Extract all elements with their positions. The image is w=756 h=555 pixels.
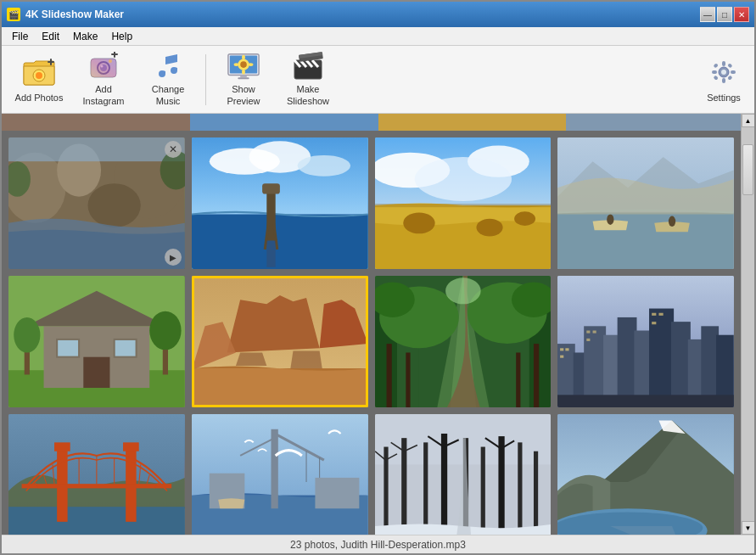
- svg-rect-37: [727, 63, 732, 68]
- photo-cell-rocky-stream[interactable]: ✕ ▶: [8, 137, 185, 269]
- strip-photo-4: [566, 114, 754, 131]
- svg-point-44: [87, 183, 140, 227]
- svg-rect-114: [593, 331, 596, 334]
- strip-photo-1: [2, 114, 190, 131]
- photo-cell-ocean-pier[interactable]: [192, 137, 368, 269]
- svg-rect-39: [727, 75, 732, 80]
- svg-rect-33: [722, 78, 725, 83]
- scrollbar-track[interactable]: [742, 127, 754, 521]
- svg-rect-112: [560, 356, 563, 358]
- svg-rect-20: [240, 76, 247, 78]
- svg-rect-89: [386, 344, 391, 407]
- menu-help[interactable]: Help: [104, 29, 139, 44]
- maximize-button[interactable]: □: [717, 7, 732, 22]
- main-window: 🎬 4K Slideshow Maker — □ ✕ File Edit Mak…: [0, 0, 756, 555]
- photo-nav-button[interactable]: ▶: [165, 249, 182, 266]
- svg-rect-154: [518, 442, 522, 535]
- show-preview-label: Show Preview: [217, 84, 270, 106]
- svg-rect-115: [587, 339, 591, 341]
- svg-rect-90: [533, 344, 538, 407]
- add-photos-button[interactable]: Add Photos: [8, 51, 70, 109]
- scroll-up-arrow[interactable]: ▲: [742, 114, 755, 127]
- svg-point-18: [234, 64, 239, 67]
- menu-file[interactable]: File: [5, 29, 35, 44]
- photo-cell-golden-gate[interactable]: [8, 414, 185, 535]
- add-instagram-icon: [87, 52, 120, 81]
- photo-cell-desert-butte[interactable]: [192, 276, 368, 407]
- photo-cell-wooden-house[interactable]: [8, 276, 185, 407]
- svg-point-16: [242, 55, 245, 60]
- close-button[interactable]: ✕: [734, 7, 749, 22]
- photo-grid: ✕ ▶: [2, 131, 754, 535]
- svg-rect-152: [480, 447, 484, 535]
- photo-cell-forest-path[interactable]: [375, 276, 552, 407]
- svg-rect-106: [671, 322, 691, 407]
- add-photos-label: Add Photos: [15, 92, 64, 104]
- svg-rect-144: [315, 478, 359, 508]
- photo-cell-boats-water[interactable]: [557, 137, 734, 269]
- scrollbar: ▲ ▼: [741, 114, 754, 535]
- svg-rect-68: [557, 212, 734, 269]
- svg-rect-34: [712, 70, 717, 74]
- svg-rect-118: [652, 322, 656, 324]
- svg-rect-9: [91, 59, 116, 77]
- svg-point-97: [445, 278, 481, 304]
- settings-label: Settings: [707, 92, 741, 104]
- minimize-button[interactable]: —: [700, 7, 715, 22]
- photo-cell-wheat-field[interactable]: [375, 137, 552, 269]
- svg-point-61: [414, 157, 511, 201]
- svg-point-81: [14, 317, 40, 353]
- svg-rect-124: [54, 442, 70, 451]
- make-slideshow-label: Make Slideshow: [282, 84, 334, 106]
- svg-rect-113: [587, 331, 591, 334]
- photo-cell-harbor-bird[interactable]: [192, 414, 368, 535]
- svg-rect-75: [57, 339, 79, 357]
- svg-point-31: [721, 70, 726, 75]
- svg-point-17: [242, 70, 245, 75]
- photo-cell-winter-trees[interactable]: [375, 414, 552, 535]
- settings-button[interactable]: Settings: [700, 51, 748, 109]
- svg-rect-32: [722, 61, 725, 66]
- svg-point-64: [476, 219, 502, 237]
- svg-rect-36: [713, 63, 718, 68]
- toolbar-separator: [205, 54, 206, 105]
- make-slideshow-icon: [291, 52, 325, 81]
- svg-rect-111: [566, 348, 569, 350]
- title-bar: 🎬 4K Slideshow Maker — □ ✕: [2, 2, 754, 27]
- svg-rect-116: [652, 313, 656, 316]
- svg-rect-11: [114, 52, 115, 58]
- svg-rect-45: [8, 137, 185, 161]
- svg-point-70: [669, 216, 675, 227]
- scrollbar-thumb[interactable]: [742, 144, 753, 195]
- svg-rect-83: [192, 368, 368, 407]
- svg-point-69: [607, 214, 613, 224]
- make-slideshow-button[interactable]: Make Slideshow: [277, 51, 339, 109]
- svg-rect-21: [238, 78, 249, 80]
- svg-rect-35: [731, 70, 736, 74]
- svg-rect-153: [498, 436, 504, 535]
- add-photos-icon: [22, 55, 56, 89]
- photo-cell-mountain-lake[interactable]: [557, 414, 734, 535]
- menu-edit[interactable]: Edit: [35, 29, 66, 44]
- window-title: 4K Slideshow Maker: [25, 8, 124, 20]
- svg-rect-57: [266, 241, 275, 267]
- svg-point-19: [249, 64, 254, 67]
- photo-remove-button[interactable]: ✕: [165, 141, 182, 158]
- svg-point-79: [149, 311, 181, 350]
- add-instagram-button[interactable]: Add Instagram: [73, 51, 134, 109]
- show-preview-button[interactable]: Show Preview: [213, 51, 274, 109]
- svg-point-65: [514, 211, 535, 226]
- title-bar-controls: — □ ✕: [700, 7, 749, 22]
- svg-rect-121: [8, 507, 185, 535]
- menu-make[interactable]: Make: [66, 29, 104, 44]
- svg-rect-76: [115, 339, 137, 357]
- toolbar: Add Photos: [2, 46, 754, 114]
- change-music-button[interactable]: Change Music: [137, 51, 199, 109]
- scroll-down-arrow[interactable]: ▼: [742, 521, 755, 535]
- svg-rect-155: [533, 451, 537, 535]
- svg-rect-110: [560, 348, 563, 350]
- svg-rect-54: [262, 183, 280, 193]
- svg-point-63: [403, 212, 434, 233]
- photo-cell-city-skyline[interactable]: [557, 276, 734, 407]
- svg-rect-92: [516, 352, 520, 407]
